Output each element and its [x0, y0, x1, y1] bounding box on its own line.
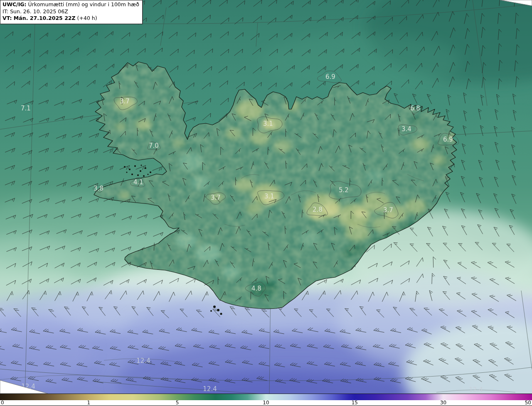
scale-tick-10: 10 — [263, 400, 269, 406]
init-time-line: IT: Sun. 26. 10. 2025 06Z — [2, 8, 139, 15]
weather-forecast-map-page: 7.13.76.96.83.13.46.97.04.13.83.73.15.22… — [0, 0, 532, 406]
precip-label: 12.4 — [136, 357, 150, 364]
weather-map: 7.13.76.96.83.13.46.97.04.13.83.73.15.22… — [0, 0, 532, 394]
precip-label: 3.7 — [211, 194, 221, 201]
precip-label: 4.8 — [251, 285, 261, 292]
product-id: UWC/IG: — [2, 1, 27, 7]
precip-label: 6.9 — [325, 73, 335, 81]
precip-label: 7.1 — [21, 105, 31, 112]
product-description: Úrkomumætti (mm) og vindur i 100m hæð — [27, 1, 139, 7]
precip-label: 3.7 — [383, 206, 393, 214]
scale-tick-30: 30 — [440, 400, 446, 406]
precip-label: 12.4 — [203, 385, 217, 393]
precip-label: 3.1 — [264, 193, 274, 200]
scale-tick-1: 1 — [87, 400, 91, 406]
lead-time: (+40 h) — [76, 15, 97, 21]
product-title-line: UWC/IG: Úrkomumætti (mm) og vindur i 100… — [2, 1, 139, 8]
precip-label: 4.1 — [133, 179, 143, 186]
scale-tick-15: 15 — [352, 400, 358, 406]
precip-label: 3.8 — [94, 185, 103, 192]
precip-color-scale — [0, 394, 532, 400]
scale-tick-0: 0 — [1, 400, 4, 406]
scale-tick-5: 5 — [176, 400, 179, 406]
precip-label: 5.2 — [339, 186, 349, 194]
valid-time-line: VT: Mán. 27.10.2025 22Z (+40 h) — [2, 15, 139, 22]
scale-tick-50: 50 — [525, 400, 531, 406]
precip-label: 2.8 — [313, 206, 323, 213]
map-title-box: UWC/IG: Úrkomumætti (mm) og vindur i 100… — [0, 0, 143, 24]
precip-label: 12.4 — [469, 386, 483, 394]
precip-label: 3.1 — [263, 120, 273, 127]
color-scale-tick-labels: 01510153050 — [0, 400, 532, 406]
precip-label: 6.9 — [443, 136, 453, 143]
precip-label: 6.8 — [410, 105, 420, 112]
valid-time: VT: Mán. 27.10.2025 22Z — [2, 15, 76, 21]
precip-label: 3.4 — [401, 125, 411, 133]
precip-label: 7.0 — [149, 142, 159, 149]
precip-label: 3.7 — [120, 98, 130, 105]
